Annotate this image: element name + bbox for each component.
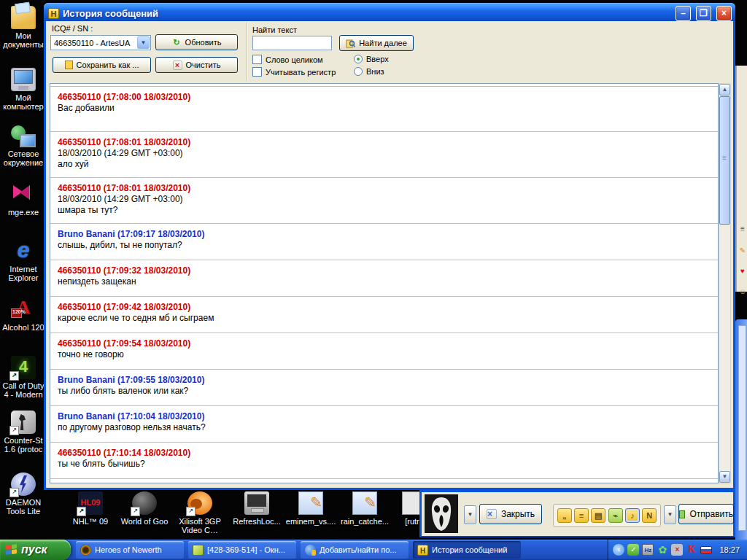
desktop-my-documents[interactable]: Мои документы [0,6,47,49]
maximize-button[interactable]: ❐ [696,6,711,21]
sound-icon[interactable]: ♪ [625,508,640,523]
message-line: 18/03/2010 (14:29 GMT +03:00) [58,148,711,159]
desktop-world-of-goo[interactable]: World of Goo [118,491,171,526]
direction-down-radio[interactable]: Вниз [354,67,384,76]
message-block[interactable]: 466350110 (17:09:42 18/03/2010) кароче е… [50,297,718,333]
desktop-mge-exe[interactable]: mge.exe [0,182,47,217]
desktop-refreshlock[interactable]: RefreshLoc... [231,491,283,526]
close-button[interactable]: × [716,6,732,21]
message-block[interactable]: 466350110 (17:10:14 18/03/2010) ты че бл… [50,443,718,479]
refreshlock-icon [244,491,269,515]
save-as-button[interactable]: Сохранить как ... [53,57,151,73]
chevron-down-icon[interactable]: ▼ [137,36,150,49]
send-label: Отправить [689,509,733,519]
taskbar-button[interactable]: [428-369-514] - Окн... [188,541,296,559]
desktop-icon-label: Counter-St 1.6 (protoc [0,436,47,454]
find-next-button[interactable]: Найти далее [339,35,414,51]
desktop-network-places[interactable]: Сетевое окружение [0,124,47,167]
smiley-icon[interactable]: ☺ [738,287,747,296]
account-combobox[interactable]: 466350110 - ArtesUA ▼ [50,35,151,50]
send-button[interactable]: Отправить [678,504,734,524]
taskbar-buttons: Heroes of Newerth [428-369-514] - Окн...… [76,541,521,559]
desktop-internet-explorer[interactable]: e Internet Explorer [0,239,47,282]
direction-up-label: Вверх [366,55,389,63]
desktop-rain-catcher-file[interactable]: rain_catche... [338,491,391,526]
refresh-label: Обновить [185,38,222,47]
checkbox-icon[interactable] [252,67,262,77]
system-tray: ‹✓Hz✿×K 18:27 [607,540,747,560]
tray-green-app-icon[interactable]: ✿ [657,544,668,556]
minimize-button[interactable]: – [676,6,691,21]
desktop-xilisoft[interactable]: Xilisoft 3GP Video C… [174,491,226,534]
taskbar-button-icon [305,545,316,556]
scroll-up-button[interactable]: ▲ [719,84,730,96]
scroll-down-button[interactable]: ▼ [719,471,730,483]
find-text-label: Найти текст [252,26,297,34]
desktop-nhl09[interactable]: HL09 NHL™ 09 [64,491,117,526]
match-case-label: Учитывать регистр [266,68,336,77]
tray-ru-flag-icon[interactable] [700,546,712,554]
chat-close-button[interactable]: × Закрыть [479,504,542,524]
chat-tools-strip: „≡▤⌁♪N [553,504,661,527]
message-block[interactable]: 466350110 (17:09:54 18/03/2010) точно не… [50,333,718,370]
message-block[interactable]: 466350110 (17:08:01 18/03/2010) 18/03/20… [50,178,718,224]
tray-kaspersky-icon[interactable]: K [686,544,697,556]
mge-exe-icon [11,182,36,206]
radio-icon[interactable] [354,67,363,76]
taskbar-button-icon [80,545,91,556]
desktop-icon-label: Сетевое окружение [0,149,47,167]
match-case-checkbox[interactable]: Учитывать регистр [252,67,336,77]
message-history-list[interactable]: 466350110 (17:08:00 18/03/2010) Вас доба… [50,83,719,483]
message-block[interactable]: 466350110 (17:08:00 18/03/2010) Вас доба… [50,86,718,132]
tray-phone-off-icon[interactable]: × [671,544,683,556]
radio-selected-icon[interactable] [354,55,363,63]
tray-refresh-rate-icon[interactable]: Hz [642,544,654,556]
checkbox-icon[interactable] [252,55,262,64]
desktop-icon-label: RefreshLoc... [231,517,283,526]
whole-word-checkbox[interactable]: Слово целиком [252,55,323,64]
message-block[interactable]: Bruno Banani (17:09:55 18/03/2010) ты ли… [50,370,718,406]
pencil-icon[interactable]: ✎ [738,246,747,255]
message-block[interactable]: Bruno Banani (17:09:17 18/03/2010) слышь… [50,224,718,260]
desktop-eminem-file[interactable]: eminem_vs.... [285,491,337,526]
history-window: H История сообщений – ❐ × ICQ# / SN : 46… [44,3,735,490]
direction-up-radio[interactable]: Вверх [354,55,389,63]
message-header: 466350110 (17:09:32 18/03/2010) [58,265,711,276]
quote-icon[interactable]: „ [557,508,572,523]
close-options-dropdown[interactable]: ▼ [464,505,476,524]
taskbar-button[interactable]: Heroes of Newerth [76,541,184,559]
send-options-dropdown[interactable]: ▼ [664,505,676,524]
desktop-daemon-tools[interactable]: DAEMON Tools Lite [0,472,47,516]
internet-explorer-icon: e [11,239,36,262]
message-block[interactable]: 466350110 (17:09:32 18/03/2010) непиздет… [50,260,718,297]
desktop-alcohol-120[interactable]: A Alcohol 120 [0,298,47,332]
desktop-my-computer[interactable]: Мой компьютер [0,68,47,111]
find-text-input[interactable] [252,36,332,50]
desktop-cod4[interactable]: 4 Call of Duty 4 - Modern [0,356,47,399]
tray-status-ok-icon[interactable]: ✓ [627,544,639,556]
clear-button[interactable]: × Очистить [155,57,238,73]
insert-icon[interactable]: ▤ [591,508,605,523]
settings-wrench-icon[interactable]: ⌁ [608,508,623,523]
taskbar-button[interactable]: H История сообщений [413,541,521,559]
message-block[interactable]: Bruno Banani (17:10:04 18/03/2010) по др… [50,406,718,443]
message-header: Bruno Banani (17:09:55 18/03/2010) [58,374,711,386]
message-block[interactable]: 466350110 (17:08:01 18/03/2010) 18/03/20… [50,132,718,178]
spellcheck-icon[interactable]: N [642,508,657,523]
taskbar-button-label: Добавить/найти по... [320,545,397,554]
start-button[interactable]: пуск [0,540,71,560]
heart-icon[interactable]: ♥ [738,267,747,276]
lines-icon[interactable]: ≡ [738,225,747,233]
tray-collapse-icon[interactable]: ‹ [613,544,624,556]
message-line: точно не говорю [58,349,711,360]
message-line: слышь, дибил, ты не попутал? [58,240,711,251]
vertical-scrollbar[interactable]: ▲ ▼ [719,83,731,483]
desktop-counter-strike[interactable]: Counter-St 1.6 (protoc [0,411,47,454]
refresh-button[interactable]: ↻ Обновить [155,34,238,50]
my-computer-icon [11,68,36,91]
history-icon[interactable]: ≡ [574,508,589,523]
scrollbar-thumb[interactable] [719,96,730,225]
background-window-edge2 [735,319,747,540]
window-titlebar[interactable]: H История сообщений – ❐ × [44,3,735,21]
taskbar-button[interactable]: Добавить/найти по... [301,541,409,559]
